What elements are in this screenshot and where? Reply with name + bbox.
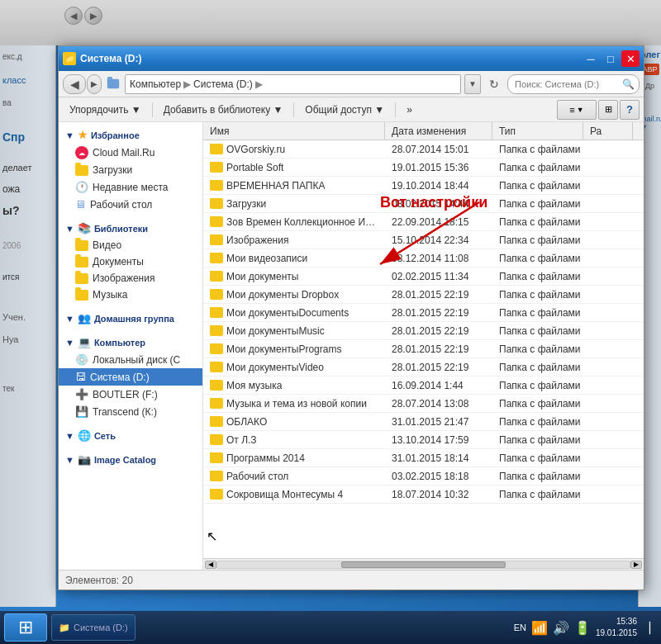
file-type-cell: Папка с файлами bbox=[492, 322, 583, 339]
table-row[interactable]: ОБЛАКО31.01.2015 21:47Папка с файлами bbox=[203, 413, 644, 431]
sidebar-item-drive-k[interactable]: 💾 Transcend (К:) bbox=[59, 403, 202, 420]
table-row[interactable]: Моя музыка16.09.2014 1:44Папка с файлами bbox=[203, 376, 644, 395]
table-row[interactable]: Мои документыDocuments28.01.2015 22:19Па… bbox=[203, 304, 644, 322]
file-date-cell: 18.07.2014 10:32 bbox=[385, 485, 492, 503]
view-list-btn[interactable]: ≡ ▼ bbox=[557, 100, 597, 120]
sidebar-item-cloudmail[interactable]: ☁ Cloud Mail.Ru bbox=[59, 144, 202, 162]
forward-button[interactable]: ▶ bbox=[87, 74, 102, 94]
libraries-header[interactable]: ▼ 📚 Библиотеки bbox=[59, 220, 202, 237]
image-catalog-header[interactable]: ▼ 📷 Image Catalog bbox=[59, 451, 202, 468]
back-button[interactable]: ◀ bbox=[63, 74, 86, 94]
drive-c-icon: 💿 bbox=[75, 353, 88, 366]
sidebar-image-catalog: ▼ 📷 Image Catalog bbox=[59, 451, 202, 468]
docs-folder-icon bbox=[75, 257, 88, 268]
toolbar-sep-1 bbox=[152, 102, 153, 117]
file-type-cell: Папка с файлами bbox=[492, 395, 583, 412]
content-area: ▼ ★ Избранное ☁ Cloud Mail.Ru Загрузки 🕐 bbox=[59, 122, 644, 570]
file-date-cell: 28.01.2015 22:19 bbox=[385, 304, 492, 321]
sidebar-item-images[interactable]: Изображения bbox=[59, 270, 202, 286]
table-row[interactable]: Изображения15.10.2014 22:34Папка с файла… bbox=[203, 231, 644, 249]
table-row[interactable]: Мои документы02.02.2015 11:34Папка с фай… bbox=[203, 268, 644, 286]
file-name-cell: Программы 2014 bbox=[203, 449, 385, 466]
title-bar: 📁 Система (D:) ─ □ ✕ bbox=[59, 46, 644, 71]
header-date[interactable]: Дата изменения bbox=[385, 122, 492, 140]
file-name-cell: OVGorskiy.ru bbox=[203, 140, 385, 158]
path-computer[interactable]: Компьютер bbox=[130, 78, 181, 90]
dropdown-btn[interactable]: ▼ bbox=[464, 74, 481, 94]
file-name: Мои документыVideo bbox=[226, 362, 324, 373]
table-row[interactable]: Мои документыMusic28.01.2015 22:19Папка … bbox=[203, 322, 644, 340]
table-row[interactable]: Мои документыVideo28.01.2015 22:19Папка … bbox=[203, 358, 644, 376]
add-library-button[interactable]: Добавить в библиотеку ▼ bbox=[157, 100, 290, 120]
sidebar-item-desktop[interactable]: 🖥 Рабочий стол bbox=[59, 196, 202, 213]
show-desktop-btn[interactable]: ▕ bbox=[642, 622, 650, 634]
scroll-left-btn[interactable]: ◀ bbox=[205, 561, 216, 569]
table-row[interactable]: OVGorskiy.ru28.07.2014 15:01Папка с файл… bbox=[203, 140, 644, 159]
computer-header[interactable]: ▼ 💻 Компьютер bbox=[59, 334, 202, 351]
header-type[interactable]: Тип bbox=[492, 122, 583, 140]
header-name[interactable]: Имя bbox=[203, 122, 385, 140]
folder-icon-cell bbox=[210, 489, 223, 500]
file-type-cell: Папка с файлами bbox=[492, 485, 583, 503]
network-header[interactable]: ▼ 🌐 Сеть bbox=[59, 427, 202, 444]
more-button[interactable]: » bbox=[400, 100, 419, 120]
file-date-cell: 19.10.2014 18:44 bbox=[385, 177, 492, 194]
table-row[interactable]: Сокровища Монтесумы 418.07.2014 10:32Пап… bbox=[203, 485, 644, 504]
sidebar-item-drive-f[interactable]: ➕ BOUTLER (F:) bbox=[59, 386, 202, 403]
sidebar-item-video[interactable]: Видео bbox=[59, 237, 202, 253]
table-row[interactable]: Музыка и тема из новой копии28.07.2014 1… bbox=[203, 395, 644, 413]
taskbar-explorer[interactable]: 📁 Система (D:) bbox=[51, 614, 136, 641]
help-btn[interactable]: ? bbox=[620, 100, 640, 120]
table-row[interactable]: Мои документы Dropbox28.01.2015 22:19Пап… bbox=[203, 286, 644, 304]
table-row[interactable]: От Л.З13.10.2014 17:59Папка с файлами bbox=[203, 431, 644, 449]
start-button[interactable]: ⊞ bbox=[4, 613, 47, 642]
sidebar-item-recent[interactable]: 🕐 Недавние места bbox=[59, 178, 202, 196]
sidebar-item-drive-c[interactable]: 💿 Локальный диск (С bbox=[59, 351, 202, 368]
file-name: Мои документы bbox=[226, 271, 298, 282]
header-size[interactable]: Ра bbox=[583, 122, 633, 140]
table-row[interactable]: Зов Времен Коллекционное Издание22.09.20… bbox=[203, 213, 644, 231]
scroll-right-btn[interactable]: ▶ bbox=[630, 561, 642, 569]
sidebar-item-music[interactable]: Музыка bbox=[59, 286, 202, 303]
file-name-cell: Рабочий стол bbox=[203, 467, 385, 485]
file-date-cell: 31.01.2015 18:14 bbox=[385, 449, 492, 466]
file-rows-container: OVGorskiy.ru28.07.2014 15:01Папка с файл… bbox=[203, 140, 644, 504]
scroll-thumb[interactable] bbox=[341, 561, 506, 568]
back-btn[interactable]: ◀ bbox=[64, 7, 83, 25]
file-name: ВРЕМЕННАЯ ПАПКА bbox=[226, 180, 325, 192]
sidebar-item-docs[interactable]: Документы bbox=[59, 253, 202, 270]
preview-pane-btn[interactable]: ⊞ bbox=[598, 100, 618, 120]
scroll-track[interactable] bbox=[216, 561, 630, 569]
folder-icon-cell bbox=[210, 162, 223, 173]
window-title: Система (D:) bbox=[80, 53, 578, 64]
horizontal-scrollbar[interactable]: ◀ ▶ bbox=[203, 558, 644, 570]
homegroup-header[interactable]: ▼ 👥 Домашняя группа bbox=[59, 310, 202, 327]
refresh-button[interactable]: ↻ bbox=[484, 74, 504, 94]
search-input[interactable] bbox=[507, 74, 640, 94]
browser-nav-area: ◀ ▶ bbox=[64, 7, 102, 25]
sidebar-item-drive-d[interactable]: 🖫 Система (D:) bbox=[59, 368, 202, 386]
table-row[interactable]: ВРЕМЕННАЯ ПАПКА19.10.2014 18:44Папка с ф… bbox=[203, 177, 644, 195]
table-row[interactable]: Рабочий стол03.02.2015 18:18Папка с файл… bbox=[203, 467, 644, 485]
close-button[interactable]: ✕ bbox=[621, 50, 640, 67]
table-row[interactable]: Программы 201431.01.2015 18:14Папка с фа… bbox=[203, 449, 644, 467]
file-name-cell: Мои документыPrograms bbox=[203, 340, 385, 358]
organize-button[interactable]: Упорядочить ▼ bbox=[63, 100, 148, 120]
lang-indicator[interactable]: EN bbox=[514, 623, 526, 632]
view-button-group: ≡ ▼ ⊞ ? bbox=[557, 100, 640, 120]
table-row[interactable]: Загрузки03.02.2015 14:44Папка с файлами bbox=[203, 195, 644, 213]
table-row[interactable]: Portable Soft19.01.2015 15:36Папка с фай… bbox=[203, 159, 644, 177]
table-row[interactable]: Мои документыPrograms28.01.2015 22:19Пап… bbox=[203, 340, 644, 358]
path-drive[interactable]: Система (D:) bbox=[193, 78, 253, 90]
maximize-button[interactable]: □ bbox=[602, 50, 620, 67]
address-path[interactable]: Компьютер ▶ Система (D:) ▶ bbox=[125, 74, 461, 94]
sidebar-item-downloads[interactable]: Загрузки bbox=[59, 162, 202, 178]
minimize-button[interactable]: ─ bbox=[582, 50, 600, 67]
table-row[interactable]: Мои видеозаписи08.12.2014 11:08Папка с ф… bbox=[203, 249, 644, 268]
folder-icon-addr bbox=[105, 74, 121, 94]
share-button[interactable]: Общий доступ ▼ bbox=[298, 100, 391, 120]
forward-btn[interactable]: ▶ bbox=[84, 7, 102, 25]
sidebar-computer: ▼ 💻 Компьютер 💿 Локальный диск (С 🖫 Сист… bbox=[59, 334, 202, 420]
file-type-cell: Папка с файлами bbox=[492, 431, 583, 448]
favorites-header[interactable]: ▼ ★ Избранное bbox=[59, 126, 202, 144]
